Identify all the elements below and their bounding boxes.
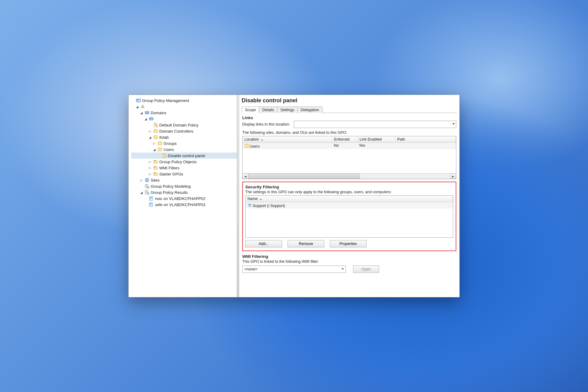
tree-label: Disable control panel [168,153,207,158]
tree-label: Group Policy Objects [159,160,198,164]
security-header: Name [246,196,453,202]
gpmc-window: ▶ Group Policy Management ◢ ◢ Domains ◢ … [128,95,460,297]
tree-label: Groups [164,141,179,146]
expand-icon[interactable]: ▷ [153,142,156,145]
wmi-combo[interactable]: <none> [242,266,346,273]
detail-title: Disable control panel [239,95,459,105]
folder-icon [153,172,158,176]
policy-icon [153,123,158,127]
links-listview[interactable]: Location Enforced Link Enabled Path User… [242,136,456,179]
expand-icon[interactable]: ▷ [148,172,152,176]
security-title: Security Filtering [245,185,453,189]
tree-label: noic on VLABDKCPHAPP02 [155,196,207,201]
tree-domain-controllers[interactable]: ▷ Domain Controllers [131,128,237,134]
tree-result-2[interactable]: ▶ sefe on VLABDKCPHAPP01 [131,202,237,208]
ou-icon [157,141,162,146]
splitter[interactable] [237,95,239,297]
tree-label: Domains [151,111,168,115]
domain-icon [149,116,154,121]
tree-label: Domain Controllers [159,129,195,134]
tree-domains[interactable]: ◢ Domains [131,110,237,116]
security-listview[interactable]: Name Support (i Support) [245,195,453,238]
tree-default-domain-policy[interactable]: ▶ Default Domain Policy [131,122,237,128]
wmi-open-button[interactable]: Open [353,266,379,273]
tab-scope[interactable]: Scope [242,107,259,113]
group-icon [247,203,252,207]
collapse-icon[interactable]: ◢ [144,117,148,121]
wmi-section: WMI Filtering This GPO is linked to the … [242,254,456,273]
links-section: Links Display links in this location: Th… [242,115,456,179]
security-row[interactable]: Support (i Support) [246,202,453,209]
col-name[interactable]: Name [246,196,453,202]
tree-pane: ▶ Group Policy Management ◢ ◢ Domains ◢ … [129,95,237,297]
collapse-icon[interactable]: ◢ [148,136,152,139]
tree-domain[interactable]: ◢ [131,116,237,122]
console-icon [136,98,141,103]
links-hint: The following sites, domains, and OUs ar… [242,130,456,135]
links-row[interactable]: Users No Yes [243,143,456,149]
security-buttons: Add... Remove Properties [245,240,453,247]
scroll-right-icon[interactable]: ▶ [450,174,456,179]
ou-icon [157,147,162,152]
tree[interactable]: ▶ Group Policy Management ◢ ◢ Domains ◢ … [131,97,237,208]
tree-forest[interactable]: ◢ [131,104,237,110]
remove-button[interactable]: Remove [288,240,324,247]
tree-itvlab[interactable]: ◢ Itvlab [131,134,237,140]
tree-modeling[interactable]: ▶ Group Policy Modeling [131,183,237,189]
tab-settings[interactable]: Settings [277,107,298,113]
tabstrip: Scope Details Settings Delegation [242,105,457,113]
tree-starter[interactable]: ▷ Starter GPOs [131,171,237,177]
col-location[interactable]: Location [243,136,332,142]
properties-button[interactable]: Properties [330,240,367,247]
collapse-icon[interactable]: ◢ [140,191,143,194]
tree-groups[interactable]: ▷ Groups [131,140,237,146]
tree-label: sefe on VLABDKCPHAPP01 [155,202,207,207]
scroll-left-icon[interactable]: ◀ [243,174,248,179]
tree-results[interactable]: ◢ Group Policy Results [131,189,237,195]
links-cell-location-text: Users [250,144,260,149]
col-link-enabled[interactable]: Link Enabled [358,136,395,142]
policy-link-icon [162,153,167,158]
add-button[interactable]: Add... [245,240,282,247]
links-body[interactable]: Users No Yes [243,143,456,173]
ou-icon [244,143,249,148]
security-body[interactable]: Support (i Support) [246,202,453,237]
expand-icon[interactable]: ▷ [148,160,152,164]
security-cell-name: Support (i Support) [246,202,453,209]
tree-wmi[interactable]: ▷ WMI Filters [131,165,237,171]
links-cell-location: Users [243,143,332,149]
tree-label: Itvlab [159,135,171,140]
links-hscroll[interactable]: ◀ ▶ [243,173,456,179]
links-location-combo[interactable] [294,121,456,128]
result-icon [149,202,154,207]
security-hint: The settings in this GPO can only apply … [245,190,453,194]
collapse-icon[interactable]: ◢ [153,148,156,151]
scroll-thumb[interactable] [248,174,360,179]
tree-disable-control-panel[interactable]: ▶ Disable control panel [131,153,237,159]
expand-icon[interactable]: ▷ [148,130,152,133]
ou-icon [153,135,158,140]
scroll-track[interactable] [248,174,450,179]
tab-details[interactable]: Details [259,107,277,113]
tree-label: Sites [151,178,161,183]
tree-root[interactable]: ▶ Group Policy Management [131,97,237,104]
report-icon [145,190,149,195]
tree-users[interactable]: ◢ Users [131,146,237,153]
collapse-icon[interactable]: ◢ [140,111,143,115]
col-path[interactable]: Path [395,136,456,142]
tree-gpo[interactable]: ▷ Group Policy Objects [131,159,237,165]
col-enforced[interactable]: Enforced [332,136,358,142]
expand-icon[interactable]: ▷ [148,166,152,170]
collapse-icon[interactable]: ◢ [135,105,139,108]
tree-label: WMI Filters [159,166,181,170]
tree-result-1[interactable]: ▶ noic on VLABDKCPHAPP02 [131,195,237,202]
expand-icon[interactable]: ▷ [140,179,143,182]
ou-icon [153,129,158,134]
folder-icon [153,165,158,170]
wmi-combo-value: <none> [244,267,257,271]
tab-delegation[interactable]: Delegation [297,107,322,113]
report-icon [145,184,149,189]
tree-label: Starter GPOs [159,172,185,176]
tree-sites[interactable]: ▷ Sites [131,177,237,183]
links-cell-enforced: No [332,143,357,149]
